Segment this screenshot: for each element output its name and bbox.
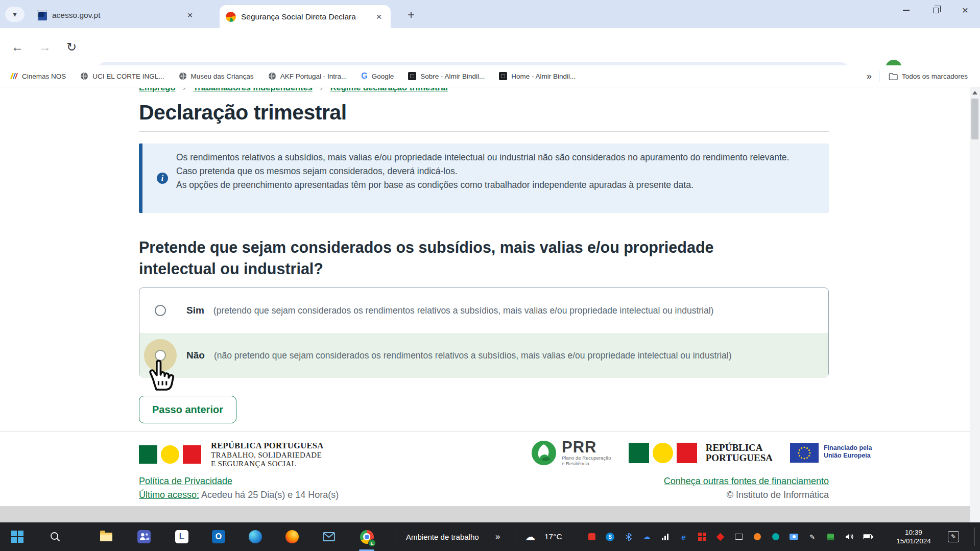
toolbar-overflow-button[interactable]: » [495, 522, 500, 551]
tray-orange-app-icon[interactable] [753, 533, 761, 541]
seguranca-social-favicon-icon [226, 12, 236, 22]
l-app-button[interactable]: L [170, 522, 194, 551]
reload-button[interactable]: ↻ [66, 40, 77, 54]
start-button[interactable] [5, 522, 30, 551]
weather-widget[interactable]: ☁ [525, 522, 535, 551]
tray-battery-icon[interactable] [863, 533, 872, 541]
tab-acesso-gov[interactable]: acesso.gov.pt × [31, 7, 202, 24]
desktop-screen: ▾ acesso.gov.pt × Segurança Social Diret… [0, 0, 980, 551]
mail-button[interactable] [317, 522, 341, 551]
tray-onedrive-cloud-icon[interactable]: ☁ [642, 533, 651, 541]
option-nao-row[interactable]: Não (não pretendo que sejam considerados… [139, 333, 828, 378]
edge-button[interactable] [243, 522, 268, 551]
windows-taskbar: L O E Ambiente de trabalho » ☁ [0, 522, 980, 551]
taskbar-search-button[interactable] [43, 522, 67, 551]
tray-browser-e-icon[interactable]: e [679, 533, 688, 541]
bookmark-museu[interactable]: Museu das Crianças [179, 72, 254, 80]
all-bookmarks-button[interactable]: Todos os marcadores [889, 73, 968, 80]
prr-sub1: Plano de Recuperação [562, 455, 611, 461]
tray-stylus-icon[interactable]: ✎ [808, 533, 817, 541]
tab-seguranca-social[interactable]: Segurança Social Direta Declara × [220, 5, 391, 28]
bookmark-label: AKF Portugal - Intra... [280, 73, 347, 80]
bookmark-home-almir[interactable]: Home - Almir Bindil... [499, 72, 576, 80]
divider [139, 131, 829, 132]
window-restore-button[interactable] [921, 0, 950, 20]
bookmark-uci[interactable]: UCI EL CORTE INGL... [80, 72, 164, 80]
prr-name: PRR [562, 440, 611, 455]
eu-flag-icon [790, 443, 819, 463]
radio-sim[interactable] [155, 305, 166, 316]
tray-teal-app-icon[interactable] [771, 533, 780, 541]
funding-sources-link[interactable]: Conheça outras fontes de financiamento [664, 476, 829, 486]
privacy-policy-link[interactable]: Política de Privacidade [139, 476, 232, 486]
bookmark-sobre-almir[interactable]: Sobre - Almir Bindil... [408, 72, 485, 80]
show-desktop-button[interactable] [974, 528, 975, 546]
tray-volume-icon[interactable] [845, 533, 853, 541]
gov2-line1: REPÚBLICA [706, 443, 773, 453]
action-center-icon[interactable]: ✎ [948, 531, 959, 542]
info-text-3: As opções de preenchimento apresentadas … [176, 178, 815, 192]
bookmark-google[interactable]: G Google [361, 71, 394, 81]
weather-temperature[interactable]: 17°C [544, 522, 562, 551]
previous-step-button[interactable]: Passo anterior [139, 396, 236, 423]
page-scrollbar[interactable] [970, 87, 980, 522]
window-minimize-button[interactable] [891, 0, 921, 20]
site-favicon-icon [499, 72, 507, 80]
file-explorer-button[interactable] [94, 522, 118, 551]
bookmark-label: Sobre - Almir Bindil... [420, 73, 485, 80]
tray-skype-icon[interactable]: S [606, 533, 614, 541]
option-sim-row[interactable]: Sim (pretendo que sejam considerados os … [139, 288, 828, 333]
firefox-button[interactable] [280, 522, 304, 551]
breadcrumb-link-regime[interactable]: Regime declaração trimestral [330, 88, 448, 92]
tab-close-icon[interactable]: × [184, 10, 196, 21]
info-icon: i [157, 173, 168, 184]
new-tab-button[interactable]: + [403, 7, 419, 22]
bookmark-cinemas-nos[interactable]: Cinemas NOS [9, 73, 66, 80]
bookmark-akf[interactable]: AKF Portugal - Intra... [268, 72, 347, 80]
teams-button[interactable] [132, 522, 156, 551]
desktop-toolbar[interactable]: Ambiente de trabalho [406, 522, 479, 551]
outlook-button[interactable]: O [206, 522, 231, 551]
tray-red-diamond-icon[interactable] [716, 533, 725, 541]
tray-bluetooth-icon[interactable] [624, 533, 633, 541]
bookmark-label: Museu das Crianças [191, 73, 254, 80]
breadcrumb: Emprego › Trabalhadores Independentes › … [139, 88, 701, 93]
breadcrumb-link-trabalhadores[interactable]: Trabalhadores Independentes [193, 88, 313, 92]
desktop-toolbar-label: Ambiente de trabalho [406, 533, 479, 541]
tray-shield-icon[interactable] [587, 533, 596, 541]
tab-search-button[interactable]: ▾ [5, 7, 25, 22]
copyright-text: © Instituto de Informática [664, 488, 829, 502]
tray-package-icon[interactable] [826, 533, 835, 541]
close-icon: × [962, 4, 968, 16]
tray-red-grid-icon[interactable] [698, 533, 706, 541]
taskbar-clock[interactable]: 10:39 15/01/2024 [887, 522, 940, 551]
tray-network-signal-icon[interactable] [661, 533, 670, 541]
bookmarks-overflow-button[interactable]: » [867, 71, 872, 82]
restore-icon [933, 8, 939, 13]
pt-flag-yellow-circle [653, 443, 673, 463]
globe-icon [80, 72, 88, 80]
scrollbar-thumb[interactable] [971, 99, 978, 139]
back-button[interactable]: ← [11, 40, 23, 54]
search-icon [50, 531, 61, 542]
breadcrumb-link-emprego[interactable]: Emprego [139, 88, 176, 92]
option-sim-label: Sim [186, 305, 204, 316]
bookmark-label: UCI EL CORTE INGL... [92, 73, 164, 80]
window-close-button[interactable]: × [950, 0, 980, 20]
clock-time: 10:39 [905, 528, 922, 537]
below-page-area [0, 506, 980, 522]
last-access-link[interactable]: Último acesso: [139, 490, 199, 500]
tray-display-icon[interactable] [734, 533, 743, 541]
tab-title: acesso.gov.pt [52, 11, 179, 20]
scroll-up-arrow-icon[interactable] [972, 91, 977, 94]
acesso-gov-favicon-icon [37, 10, 47, 20]
forward-button[interactable]: → [39, 40, 51, 54]
prr-swirl-icon [531, 440, 557, 466]
active-app-indicator [359, 549, 374, 551]
chrome-button[interactable]: E [354, 522, 379, 551]
tab-close-icon[interactable]: × [373, 11, 385, 22]
l-app-icon: L [175, 530, 188, 543]
tray-camera-icon[interactable] [790, 533, 798, 541]
options-group: Sim (pretendo que sejam considerados os … [139, 288, 829, 377]
site-favicon-icon [408, 72, 416, 80]
